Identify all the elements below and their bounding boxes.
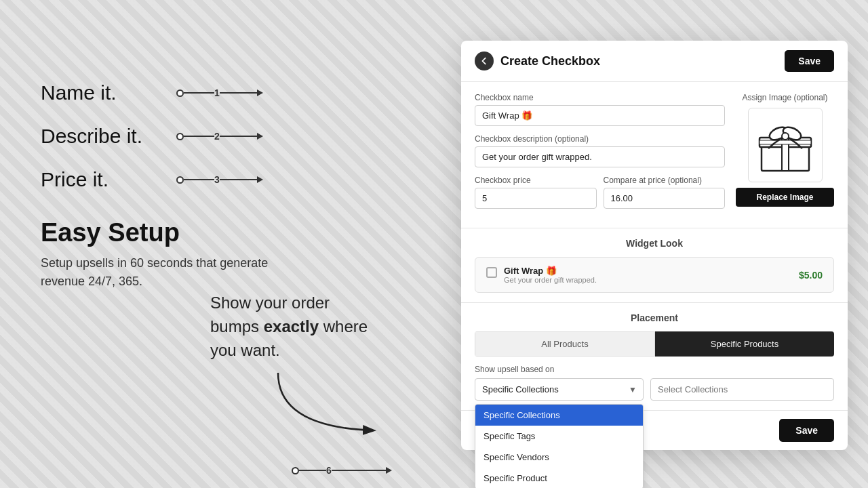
checkbox-price-input[interactable] — [475, 188, 597, 209]
step-1-connector: 1 — [176, 87, 263, 98]
dropdown-item-specific-collections[interactable]: Specific Collections — [475, 405, 643, 426]
placement-text: Show your order bumps exactly where you … — [210, 291, 368, 362]
checkbox-desc-group: Checkbox description (optional) — [475, 134, 725, 167]
dropdown-item-specific-tags[interactable]: Specific Tags — [475, 426, 643, 447]
price-row: Checkbox price Compare at price (optiona… — [475, 176, 725, 217]
widget-look-title: Widget Look — [475, 238, 834, 249]
widget-look-section: Widget Look Gift Wrap 🎁 Get your order g… — [461, 228, 848, 303]
assign-image-label: Assign Image (optional) — [742, 93, 827, 102]
dropdown-item-specific-product[interactable]: Specific Product — [475, 468, 643, 488]
collections-input[interactable] — [650, 378, 834, 401]
checkbox-price-group: Checkbox price — [475, 176, 597, 209]
widget-preview-left: Gift Wrap 🎁 Get your order gift wrapped. — [486, 266, 597, 284]
step-2-label: Describe it. — [41, 125, 176, 148]
step-3-arrow — [220, 176, 263, 183]
widget-preview-desc: Get your order gift wrapped. — [504, 276, 597, 284]
step-2-arrowhead — [257, 133, 263, 140]
step-6-connector: 6 — [292, 465, 392, 476]
select-wrapper: Specific Collections Specific Tags Speci… — [475, 378, 644, 401]
compare-price-label: Compare at price (optional) — [604, 176, 726, 185]
save-button-footer[interactable]: Save — [779, 419, 834, 442]
step-2-arrow-line — [220, 136, 257, 137]
easy-setup: Easy Setup Setup upsells in 60 seconds t… — [41, 218, 298, 291]
placement-section-left: Show your order bumps exactly where you … — [210, 291, 368, 362]
step-1-arrow-line — [220, 92, 257, 94]
step-6-arrow-line — [332, 470, 386, 471]
compare-price-input[interactable] — [604, 188, 726, 209]
exactly-text: exactly — [264, 317, 319, 336]
step-3-row: Price it. 3 — [41, 168, 298, 191]
placement-section-modal: Placement All Products Specific Products… — [461, 303, 848, 410]
modal-form-left: Checkbox name Checkbox description (opti… — [475, 93, 736, 217]
step-3-number: 3 — [214, 174, 220, 185]
step-3-arrowhead — [257, 176, 263, 183]
step-3-arrow-line — [220, 179, 257, 180]
widget-preview-price: $5.00 — [799, 270, 823, 281]
dropdown-item-specific-vendors[interactable]: Specific Vendors — [475, 447, 643, 468]
create-checkbox-modal: Create Checkbox Save Checkbox name Check… — [461, 41, 848, 450]
back-button[interactable] — [475, 52, 494, 70]
step-3-connector: 3 — [176, 174, 263, 185]
checkbox-name-group: Checkbox name — [475, 93, 725, 126]
checkbox-name-input[interactable] — [475, 105, 725, 126]
modal-header-left: Create Checkbox — [475, 52, 600, 70]
modal-title: Create Checkbox — [500, 54, 600, 68]
step-1-arrow — [220, 89, 263, 96]
upsell-select[interactable]: Specific Collections Specific Tags Speci… — [475, 378, 644, 401]
tab-specific-products[interactable]: Specific Products — [655, 331, 834, 357]
step-1-dot — [176, 89, 184, 97]
widget-preview-name: Gift Wrap 🎁 — [504, 266, 597, 276]
step-3-line — [184, 179, 214, 180]
step-2-arrow — [220, 133, 263, 140]
easy-setup-desc: Setup upsells in 60 seconds that generat… — [41, 254, 298, 291]
step-3-label: Price it. — [41, 168, 176, 191]
svg-point-6 — [782, 133, 789, 140]
replace-image-button[interactable]: Replace Image — [736, 188, 834, 207]
step-2-dot — [176, 133, 184, 140]
widget-preview: Gift Wrap 🎁 Get your order gift wrapped.… — [475, 257, 834, 293]
upsell-row: Specific Collections Specific Tags Speci… — [475, 378, 834, 401]
gift-box-svg — [755, 115, 816, 176]
placement-section-title: Placement — [475, 312, 834, 323]
compare-price-group: Compare at price (optional) — [604, 176, 726, 209]
step-1-arrowhead — [257, 89, 263, 96]
curved-arrow-icon — [258, 366, 393, 447]
widget-preview-checkbox[interactable] — [486, 267, 497, 278]
steps-list: Name it. 1 Describe it. 2 — [41, 81, 298, 191]
save-button-header[interactable]: Save — [785, 50, 834, 72]
widget-preview-text: Gift Wrap 🎁 Get your order gift wrapped. — [504, 266, 597, 284]
step-3-dot — [176, 176, 184, 184]
step-6-line — [299, 470, 326, 471]
modal-body-top: Checkbox name Checkbox description (opti… — [461, 82, 848, 228]
step-2-row: Describe it. 2 — [41, 125, 298, 148]
checkbox-desc-input[interactable] — [475, 146, 725, 167]
step-1-label: Name it. — [41, 81, 176, 104]
step-1-line — [184, 92, 214, 94]
step-2-connector: 2 — [176, 131, 263, 142]
checkbox-name-label: Checkbox name — [475, 93, 725, 102]
step-1-row: Name it. 1 — [41, 81, 298, 104]
checkbox-price-label: Checkbox price — [475, 176, 597, 185]
modal-form-right: Assign Image (optional) — [736, 93, 834, 217]
modal-header: Create Checkbox Save — [461, 41, 848, 82]
step-6-number: 6 — [326, 465, 332, 476]
step-2-number: 2 — [214, 131, 220, 142]
gift-image-preview — [748, 108, 823, 182]
upsell-based-label: Show upsell based on — [475, 365, 834, 374]
svg-rect-3 — [760, 140, 811, 144]
tab-all-products[interactable]: All Products — [475, 331, 655, 357]
easy-setup-title: Easy Setup — [41, 218, 298, 247]
checkbox-desc-label: Checkbox description (optional) — [475, 134, 725, 144]
step-2-line — [184, 136, 214, 137]
back-icon — [479, 56, 489, 66]
step-6-arrowhead — [386, 467, 392, 474]
placement-tabs: All Products Specific Products — [475, 331, 834, 357]
steps-section: Name it. 1 Describe it. 2 — [41, 81, 298, 291]
step-1-number: 1 — [214, 87, 220, 98]
step-6-dot — [292, 467, 299, 474]
dropdown-menu: Specific Collections Specific Tags Speci… — [475, 404, 644, 488]
